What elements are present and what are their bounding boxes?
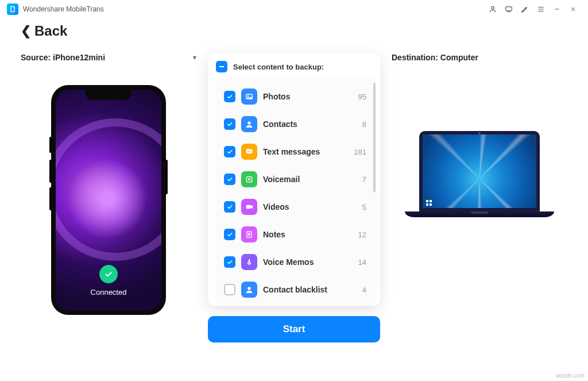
svg-rect-2 [506,7,512,11]
checkbox[interactable] [224,256,235,268]
svg-point-4 [247,95,249,97]
row-label: Text messages [263,147,354,156]
svg-point-9 [250,151,251,152]
checkbox[interactable] [224,201,235,213]
source-device-phone: Connected [51,85,166,315]
close-button[interactable] [565,2,581,16]
content-selection-card: Select content to backup: Photos95Contac… [208,53,380,306]
select-all-checkbox[interactable] [216,61,227,72]
checkbox[interactable] [224,174,235,185]
content-row-contact-blacklist[interactable]: Contact blacklist4 [220,276,374,303]
row-count: 4 [362,286,371,294]
content-row-contacts[interactable]: Contacts8 [220,110,374,138]
svg-rect-0 [11,7,14,12]
checkbox[interactable] [224,146,235,157]
row-label: Voice Memos [263,257,358,267]
svg-point-5 [247,121,250,124]
row-label: Notes [263,230,358,239]
scrollbar[interactable] [373,83,376,192]
chevron-down-icon: ▾ [193,53,196,61]
back-button[interactable]: ❮ Back [0,18,588,47]
row-label: Voicemail [263,175,362,184]
row-label: Contacts [263,120,362,129]
checkbox[interactable] [224,284,235,295]
row-count: 12 [358,230,371,239]
svg-point-1 [492,6,494,9]
account-icon[interactable] [485,2,501,16]
destination-device-laptop [405,131,554,217]
content-row-notes[interactable]: Notes12 [220,221,374,248]
row-count: 7 [362,175,371,184]
source-label: Source: iPhone12mini [21,53,105,62]
content-row-voicemail[interactable]: Voicemail7 [220,166,374,193]
titlebar: Wondershare MobileTrans [0,0,588,18]
feedback-icon[interactable] [501,2,517,16]
row-count: 14 [358,258,371,267]
destination-label-row: Destination: Computer [392,53,567,62]
row-count: 5 [362,203,371,211]
content-row-voice-memos[interactable]: Voice Memos14 [220,248,374,276]
checkbox[interactable] [224,229,235,240]
voicemail-icon [241,171,257,187]
back-label: Back [34,23,67,39]
start-button[interactable]: Start [208,316,380,342]
svg-rect-11 [246,205,251,209]
checkbox[interactable] [224,118,235,130]
memo-icon [241,254,257,270]
row-label: Photos [263,92,358,101]
checkbox[interactable] [224,91,235,102]
connection-status: Connected [91,288,127,297]
message-icon [241,144,257,160]
svg-point-14 [247,287,250,290]
app-title: Wondershare MobileTrans [23,5,104,13]
app-logo [7,3,18,15]
row-count: 181 [354,148,371,156]
windows-logo-icon [426,200,432,206]
svg-rect-13 [249,259,250,263]
watermark: wsxdn.com [556,372,585,379]
panel-header: Select content to backup: [233,63,324,71]
row-label: Contact blacklist [263,285,362,294]
row-count: 8 [362,120,371,129]
contact-icon [241,116,257,132]
photo-icon [241,88,257,105]
chevron-left-icon: ❮ [21,24,31,39]
destination-label: Destination: Computer [392,53,478,62]
svg-point-7 [247,151,249,152]
contact-icon [241,282,257,298]
content-row-text-messages[interactable]: Text messages181 [220,138,374,166]
svg-point-8 [249,151,250,152]
content-row-photos[interactable]: Photos95 [220,83,374,110]
source-selector[interactable]: Source: iPhone12mini ▾ [21,53,196,62]
menu-icon[interactable] [533,2,549,16]
row-label: Videos [263,202,362,211]
minimize-button[interactable] [549,2,565,16]
content-row-videos[interactable]: Videos5 [220,193,374,221]
video-icon [241,199,257,215]
content-list: Photos95Contacts8Text messages181Voicema… [216,78,377,303]
connected-check-icon [99,265,118,283]
note-icon [241,226,257,243]
edit-icon[interactable] [517,2,533,16]
row-count: 95 [358,93,371,101]
